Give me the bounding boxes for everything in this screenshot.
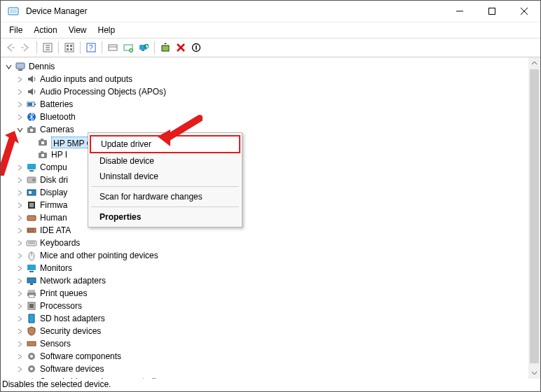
maximize-button[interactable]: [476, 1, 508, 22]
chevron-right-icon[interactable]: [15, 288, 25, 298]
svg-rect-61: [27, 278, 36, 283]
device-manager-window: Device Manager File Action View Help ?: [0, 0, 541, 392]
tree-item-printq[interactable]: Print queues: [15, 287, 167, 300]
ctx-disable-device[interactable]: Disable device: [90, 153, 240, 169]
tb-icon[interactable]: [62, 41, 76, 55]
ctx-properties[interactable]: Properties: [90, 209, 240, 225]
disable-device-toolbar-icon[interactable]: [189, 41, 203, 55]
svg-rect-67: [29, 304, 34, 308]
bluetooth-icon: [26, 111, 37, 122]
chevron-right-icon[interactable]: [15, 87, 25, 97]
ctx-uninstall-device[interactable]: Uninstall device: [90, 169, 240, 184]
svg-rect-3: [489, 8, 495, 15]
tree-root[interactable]: Dennis: [4, 60, 167, 73]
chip-icon: [26, 200, 37, 211]
chevron-right-icon[interactable]: [15, 188, 25, 197]
chevron-right-icon[interactable]: [15, 301, 25, 311]
show-hide-tree-icon[interactable]: [41, 41, 55, 55]
status-bar: Disables the selected device.: [2, 379, 540, 391]
chevron-right-icon[interactable]: [15, 225, 25, 235]
chevron-right-icon[interactable]: [15, 162, 25, 172]
network-icon: [26, 275, 37, 286]
chevron-right-icon[interactable]: [15, 276, 25, 286]
scroll-up-arrow-icon[interactable]: [528, 57, 540, 69]
svg-text:?: ?: [89, 44, 93, 52]
chevron-right-icon[interactable]: [15, 99, 25, 109]
computer-icon: [26, 162, 37, 173]
window-title: Device Manager: [26, 6, 87, 16]
tree-item-keyboards[interactable]: Keyboards: [15, 237, 167, 249]
svg-rect-11: [67, 45, 69, 47]
toolbar-divider: [80, 41, 81, 54]
ide-icon: [26, 225, 37, 236]
tree-item-network[interactable]: Network adapters: [15, 274, 167, 287]
minimize-button[interactable]: [444, 1, 476, 22]
close-button[interactable]: [508, 1, 540, 22]
tree-item-swdev[interactable]: Software devices: [15, 363, 167, 375]
chevron-right-icon[interactable]: [15, 200, 25, 210]
svg-rect-40: [41, 151, 43, 153]
tree-item-monitors[interactable]: Monitors: [15, 262, 167, 274]
tree-item-batteries[interactable]: Batteries: [15, 98, 167, 111]
scroll-thumb[interactable]: [530, 69, 539, 363]
app-icon: [8, 6, 19, 17]
svg-rect-62: [30, 284, 33, 285]
chevron-right-icon[interactable]: [15, 326, 25, 336]
svg-rect-42: [29, 170, 34, 172]
tb-devices-by-type-icon[interactable]: [106, 41, 120, 55]
svg-rect-24: [162, 46, 169, 51]
menu-view[interactable]: View: [63, 24, 93, 36]
svg-rect-37: [41, 139, 43, 140]
help-icon[interactable]: ?: [84, 41, 98, 55]
tb-add-legacy-icon[interactable]: [121, 41, 135, 55]
svg-rect-63: [28, 290, 35, 293]
chevron-right-icon[interactable]: [15, 339, 25, 349]
chevron-right-icon[interactable]: [15, 112, 25, 122]
chevron-down-icon[interactable]: [15, 125, 25, 134]
tree-item-sdhost[interactable]: SD host adapters: [15, 312, 167, 325]
chevron-right-icon[interactable]: [15, 238, 25, 248]
monitor-icon: [26, 262, 37, 274]
menu-file[interactable]: File: [4, 24, 28, 36]
svg-rect-60: [29, 271, 34, 272]
menu-help[interactable]: Help: [93, 24, 121, 36]
chevron-right-icon[interactable]: [15, 213, 25, 223]
nav-back-button[interactable]: [4, 41, 18, 55]
hid-icon: [26, 212, 37, 223]
menu-separator: [91, 206, 239, 207]
chevron-down-icon[interactable]: [4, 62, 13, 71]
camera-icon: [37, 149, 48, 160]
tree-item-security[interactable]: Security devices: [15, 325, 167, 337]
printer-icon: [26, 288, 37, 299]
chevron-right-icon[interactable]: [15, 351, 25, 361]
toolbar: ?: [1, 38, 540, 57]
tree-item-apo[interactable]: Audio Processing Objects (APOs): [15, 85, 167, 98]
chevron-right-icon[interactable]: [15, 74, 25, 84]
svg-rect-27: [18, 69, 22, 71]
keyboard-icon: [26, 237, 37, 248]
svg-rect-22: [142, 50, 144, 51]
vertical-scrollbar[interactable]: [528, 57, 540, 379]
scroll-down-arrow-icon[interactable]: [528, 367, 540, 379]
chevron-right-icon[interactable]: [15, 263, 25, 273]
context-menu: Update driver Disable device Uninstall d…: [88, 132, 242, 227]
ctx-update-driver[interactable]: Update driver: [90, 135, 240, 153]
tree-item-audio-io[interactable]: Audio inputs and outputs: [15, 73, 167, 85]
uninstall-device-icon[interactable]: [174, 41, 188, 55]
toolbar-divider: [154, 41, 155, 54]
chevron-right-icon[interactable]: [15, 314, 25, 323]
nav-forward-button[interactable]: [19, 41, 33, 55]
tree-item-processors[interactable]: Processors: [15, 300, 167, 312]
chevron-right-icon[interactable]: [15, 251, 25, 260]
menu-action[interactable]: Action: [28, 24, 62, 36]
tree-item-mice[interactable]: Mice and other pointing devices: [15, 249, 167, 262]
scan-hardware-icon[interactable]: [137, 41, 151, 55]
tree-item-swcomp[interactable]: Software components: [15, 350, 167, 363]
tree-item-bluetooth[interactable]: Bluetooth: [15, 111, 167, 123]
update-driver-toolbar-icon[interactable]: [158, 41, 172, 55]
ctx-scan-hardware[interactable]: Scan for hardware changes: [90, 189, 240, 204]
tree-item-sensors[interactable]: Sensors: [15, 337, 167, 350]
svg-rect-30: [28, 103, 32, 106]
chevron-right-icon[interactable]: [15, 364, 25, 374]
chevron-right-icon[interactable]: [15, 175, 25, 185]
